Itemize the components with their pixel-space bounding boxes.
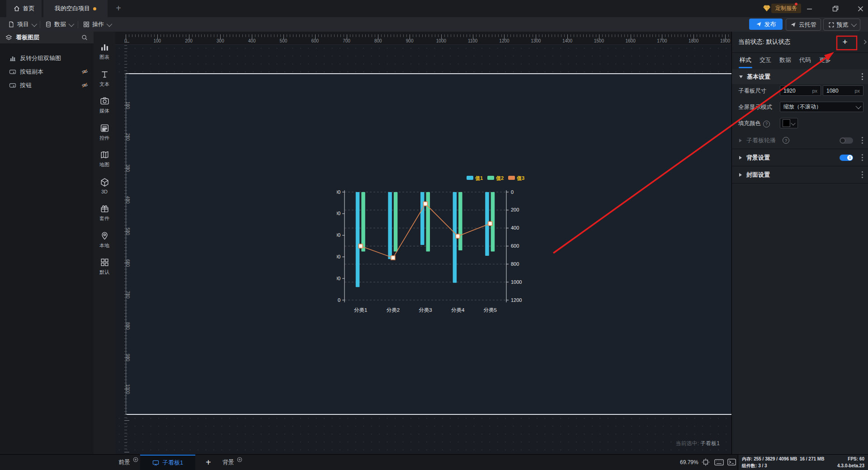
search-icon[interactable] <box>81 34 88 41</box>
strip-item-label: 媒体 <box>99 108 109 114</box>
eye-off-icon[interactable] <box>81 82 88 89</box>
board-width-input[interactable]: 1920 px <box>780 85 821 96</box>
line-marker[interactable] <box>456 234 460 238</box>
legend-swatch[interactable] <box>487 176 494 180</box>
kebab-menu-icon[interactable] <box>862 174 863 175</box>
h-ruler-label: 100 <box>153 38 161 43</box>
layer-item[interactable]: 按钮副本 <box>0 65 94 79</box>
keyboard-icon[interactable] <box>714 459 724 465</box>
close-button[interactable] <box>854 3 867 14</box>
h-ruler-label: 1400 <box>562 38 572 43</box>
fill-color-picker[interactable] <box>780 118 798 128</box>
layer-item-label: 按钮 <box>20 81 32 89</box>
components-label: 组件数: <box>742 463 757 468</box>
line-marker[interactable] <box>424 202 428 206</box>
legend-swatch[interactable] <box>467 176 473 180</box>
fullscreen-mode-select[interactable]: 缩放（不滚动） <box>780 102 863 112</box>
basic-settings-header[interactable]: 基本设置 <box>732 69 868 84</box>
tab-home[interactable]: 首页 <box>6 0 42 17</box>
h-ruler-label: 1800 <box>689 38 698 43</box>
menu-project[interactable]: 项目 <box>8 17 36 32</box>
terminal-icon[interactable] <box>727 459 736 465</box>
legend-swatch[interactable] <box>508 176 515 180</box>
strip-item-cube[interactable]: 3D <box>94 174 115 199</box>
toggle-on[interactable]: 1 <box>840 155 853 161</box>
cloud-host-button[interactable]: 云托管 <box>786 19 821 31</box>
tab-project[interactable]: 我的空白项目 <box>43 0 108 17</box>
help-icon[interactable]: ? <box>763 121 770 127</box>
section-子看板轮播[interactable]: 子看板轮播? <box>732 132 868 149</box>
layer-item[interactable]: 按钮 <box>0 79 94 92</box>
menu-actions[interactable]: 操作 <box>83 17 111 32</box>
kebab-menu-icon[interactable] <box>862 157 863 158</box>
default-icon <box>100 258 109 267</box>
subboard-tab-active[interactable]: 子看板1 <box>140 455 195 470</box>
board-bottom-edge[interactable] <box>126 414 731 415</box>
kebab-menu-icon[interactable] <box>862 140 863 141</box>
strip-item-widget[interactable]: 控件 <box>94 120 115 145</box>
h-ruler-label: 700 <box>343 38 350 43</box>
strip-item-text[interactable]: 文本 <box>94 66 115 91</box>
v-ruler-label: 1000 <box>125 384 130 394</box>
legend-label[interactable]: 值2 <box>495 175 504 181</box>
line-marker[interactable] <box>359 244 363 248</box>
layers-icon <box>5 34 12 41</box>
section-封面设置[interactable]: 封面设置 <box>732 166 868 183</box>
add-circle-icon[interactable] <box>133 457 138 462</box>
add-subboard-button[interactable]: + <box>206 455 211 470</box>
inspector-tab-5[interactable]: 更多 <box>819 56 831 64</box>
v-ruler-label: 800 <box>125 322 130 330</box>
layer-item[interactable]: 反转分组双轴图 <box>0 52 94 65</box>
bar-值2[interactable] <box>361 192 365 251</box>
bar-值1[interactable] <box>420 192 425 245</box>
bar-值1[interactable] <box>356 192 360 287</box>
strip-item-media[interactable]: 媒体 <box>94 93 115 118</box>
strip-item-kit[interactable]: 套件 <box>94 200 115 226</box>
bar-值2[interactable] <box>426 192 430 251</box>
line-marker[interactable] <box>391 256 395 260</box>
strip-item-default[interactable]: 默认 <box>94 254 115 279</box>
strip-item-local[interactable]: 本地 <box>94 227 115 253</box>
background-tab[interactable]: 背景 <box>222 455 242 470</box>
preview-button[interactable]: 预览 <box>823 19 860 31</box>
menu-data[interactable]: 数据 <box>45 17 73 32</box>
bar-值1[interactable] <box>388 192 392 259</box>
add-circle-icon[interactable] <box>237 457 242 462</box>
legend-label[interactable]: 值1 <box>475 175 483 181</box>
strip-item-chart[interactable]: 图表 <box>94 39 115 64</box>
board-top-edge[interactable] <box>126 73 731 74</box>
inspector-tab-3[interactable]: 数据 <box>779 56 791 64</box>
foreground-tab[interactable]: 前景 <box>118 455 138 470</box>
zoom-level[interactable]: 69.79% <box>680 455 698 470</box>
publish-button[interactable]: 发布 <box>749 19 783 30</box>
kebab-menu-icon[interactable] <box>862 76 863 77</box>
section-背景设置[interactable]: 背景设置1 <box>732 149 868 166</box>
inspector-tab-4[interactable]: 代码 <box>799 56 811 64</box>
legend-label[interactable]: 值3 <box>516 175 524 181</box>
canvas[interactable]: 0100200300400500600700800900100011001200… <box>115 32 731 454</box>
dual-axis-chart-widget[interactable]: 值1值2值35004003002001000020040060080010001… <box>337 174 531 315</box>
chevron-right-icon[interactable] <box>863 39 867 45</box>
bar-值2[interactable] <box>458 192 462 250</box>
board-height-input[interactable]: 1080 px <box>823 85 863 96</box>
publish-label: 发布 <box>764 20 776 28</box>
stats-row-1: 内存: 255 / 3829 / 4096 MB 16 / 271 MB FPS… <box>742 456 864 462</box>
v-ruler-label: 300 <box>125 164 130 172</box>
restore-button[interactable] <box>829 3 842 14</box>
add-state-button[interactable]: + <box>839 37 851 47</box>
fit-view-icon[interactable] <box>702 458 710 466</box>
bar-值2[interactable] <box>394 192 398 251</box>
stats-row-2: 组件数: 3 / 3 4.3.0-beta.23 <box>742 462 864 469</box>
strip-item-map[interactable]: 地图 <box>94 146 115 172</box>
minimize-button[interactable] <box>802 3 816 14</box>
v-ruler-label: 600 <box>125 259 130 267</box>
line-marker[interactable] <box>488 221 492 226</box>
inspector-tab-1[interactable]: 样式 <box>740 56 751 64</box>
inspector-tab-2[interactable]: 交互 <box>760 56 771 64</box>
new-tab-button[interactable]: + <box>113 3 124 14</box>
eye-off-icon[interactable] <box>81 68 88 75</box>
line-值3[interactable] <box>361 204 490 258</box>
layer-item-label: 按钮副本 <box>20 68 43 76</box>
toggle-off[interactable] <box>840 137 853 144</box>
h-ruler-label: 400 <box>248 38 256 43</box>
